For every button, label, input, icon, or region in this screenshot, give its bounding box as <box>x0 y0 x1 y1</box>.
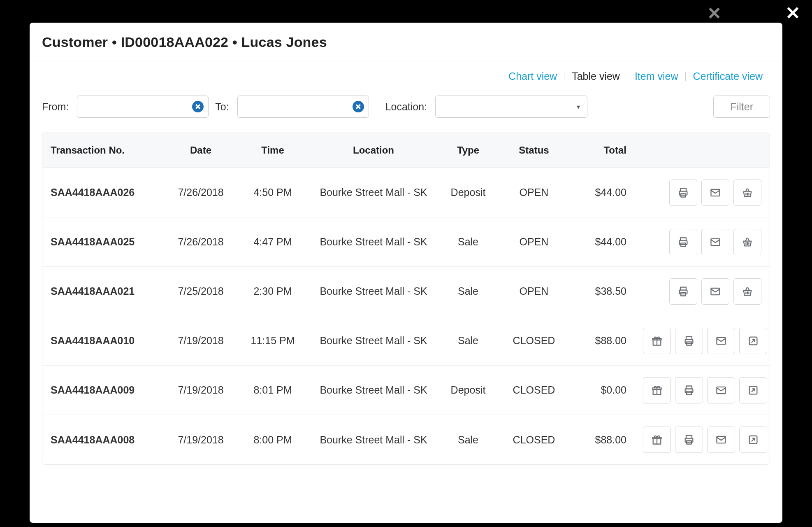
basket-button[interactable] <box>733 180 761 206</box>
basket-button[interactable] <box>733 229 761 255</box>
email-button[interactable] <box>707 328 735 354</box>
cell-location: Bourke Street Mall - SK <box>310 434 437 446</box>
close-behind-icon[interactable]: ✕ <box>707 5 722 22</box>
gift-button[interactable] <box>643 377 671 403</box>
cell-actions <box>635 278 770 305</box>
table-row: SAA4418AAA0257/26/20184:47 PMBourke Stre… <box>42 217 770 267</box>
x-icon <box>195 104 200 109</box>
cell-date: 7/19/2018 <box>166 384 236 396</box>
cell-transaction-no: SAA4418AAA009 <box>42 384 166 396</box>
table-header-row: Transaction No. Date Time Location Type … <box>42 133 770 168</box>
cell-actions <box>635 377 770 403</box>
print-icon <box>677 286 689 297</box>
basket-icon <box>742 187 753 198</box>
cell-time: 8:01 PM <box>236 384 310 396</box>
modal-body: Chart view Table view Item view Certific… <box>30 61 782 523</box>
th-transaction-no: Transaction No. <box>42 133 166 168</box>
to-date-input[interactable] <box>237 96 369 118</box>
table-row: SAA4418AAA0087/19/20188:00 PMBourke Stre… <box>42 415 770 464</box>
open-button[interactable] <box>739 377 767 403</box>
print-button[interactable] <box>675 427 703 453</box>
close-icon[interactable]: ✕ <box>785 4 800 22</box>
table-row: SAA4418AAA0107/19/201811:15 PMBourke Str… <box>42 316 770 366</box>
cell-location: Bourke Street Mall - SK <box>310 285 437 297</box>
filter-bar: From: To: Location: ▾ Filter <box>42 96 770 118</box>
modal-title: Customer • ID00018AAA022 • Lucas Jones <box>42 34 770 50</box>
print-button[interactable] <box>669 180 697 206</box>
print-icon <box>677 236 689 248</box>
table-row: SAA4418AAA0097/19/20188:01 PMBourke Stre… <box>42 366 770 415</box>
email-icon <box>710 286 721 297</box>
open-external-icon <box>747 335 759 347</box>
cell-date: 7/19/2018 <box>166 335 236 347</box>
tab-certificate-view[interactable]: Certificate view <box>686 70 770 82</box>
to-label: To: <box>215 101 229 113</box>
th-actions <box>635 133 770 168</box>
cell-transaction-no: SAA4418AAA008 <box>42 434 166 446</box>
table-row: SAA4418AAA0217/25/20182:30 PMBourke Stre… <box>42 267 770 316</box>
cell-location: Bourke Street Mall - SK <box>310 335 437 347</box>
cell-date: 7/26/2018 <box>166 187 236 198</box>
cell-type: Sale <box>437 236 499 248</box>
cell-status: CLOSED <box>499 335 569 347</box>
cell-total: $88.00 <box>569 335 635 347</box>
th-location: Location <box>310 133 437 168</box>
cell-type: Deposit <box>437 384 499 396</box>
transactions-table: Transaction No. Date Time Location Type … <box>42 133 770 465</box>
email-button[interactable] <box>701 180 729 206</box>
cell-time: 2:30 PM <box>236 285 310 297</box>
tab-item-view[interactable]: Item view <box>627 70 686 82</box>
email-icon <box>715 434 727 445</box>
print-icon <box>683 335 695 347</box>
cell-location: Bourke Street Mall - SK <box>310 384 437 396</box>
print-icon <box>683 385 695 396</box>
email-button[interactable] <box>707 377 735 403</box>
cell-transaction-no: SAA4418AAA026 <box>42 187 166 198</box>
basket-icon <box>742 236 753 248</box>
gift-icon <box>651 335 663 347</box>
cell-actions <box>635 180 770 206</box>
print-button[interactable] <box>675 377 703 403</box>
open-button[interactable] <box>739 427 767 453</box>
basket-button[interactable] <box>733 278 761 305</box>
cell-type: Sale <box>437 335 499 347</box>
th-time: Time <box>236 133 310 168</box>
cell-date: 7/19/2018 <box>166 434 236 446</box>
cell-status: CLOSED <box>499 434 569 446</box>
email-button[interactable] <box>701 229 729 255</box>
email-button[interactable] <box>707 427 735 453</box>
cell-total: $38.50 <box>569 285 635 297</box>
gift-button[interactable] <box>643 427 671 453</box>
cell-time: 4:50 PM <box>236 187 310 198</box>
basket-icon <box>742 286 753 297</box>
print-button[interactable] <box>669 278 697 305</box>
cell-time: 11:15 PM <box>236 335 310 347</box>
cell-actions <box>635 328 770 354</box>
gift-button[interactable] <box>643 328 671 354</box>
print-button[interactable] <box>675 328 703 354</box>
clear-to-button[interactable] <box>353 101 364 112</box>
table-row: SAA4418AAA0267/26/20184:50 PMBourke Stre… <box>42 168 770 217</box>
open-button[interactable] <box>739 328 767 354</box>
tab-chart-view[interactable]: Chart view <box>501 70 564 82</box>
view-tabs: Chart view Table view Item view Certific… <box>42 70 770 82</box>
modal-header: Customer • ID00018AAA022 • Lucas Jones <box>30 23 782 61</box>
location-select[interactable] <box>435 96 587 118</box>
filter-button[interactable]: Filter <box>713 96 770 118</box>
print-button[interactable] <box>669 229 697 255</box>
clear-from-button[interactable] <box>192 101 204 112</box>
cell-status: OPEN <box>499 236 569 248</box>
th-type: Type <box>437 133 499 168</box>
from-date-input[interactable] <box>77 96 209 118</box>
tab-table-view[interactable]: Table view <box>564 70 627 82</box>
x-icon <box>356 104 361 109</box>
cell-transaction-no: SAA4418AAA010 <box>42 335 166 347</box>
email-button[interactable] <box>701 278 729 305</box>
cell-location: Bourke Street Mall - SK <box>310 187 437 198</box>
open-external-icon <box>747 385 759 396</box>
email-icon <box>715 385 727 396</box>
th-date: Date <box>166 133 236 168</box>
email-icon <box>715 335 727 347</box>
email-icon <box>710 187 721 198</box>
customer-modal: Customer • ID00018AAA022 • Lucas Jones C… <box>30 23 782 523</box>
